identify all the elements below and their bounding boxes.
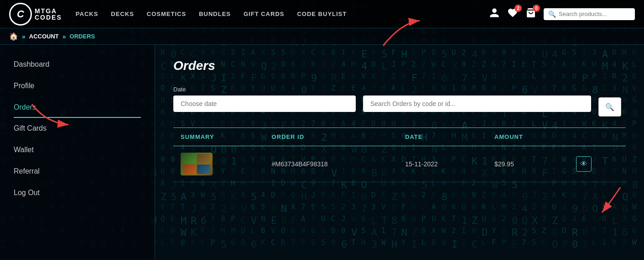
col-date: DATE [398, 128, 487, 146]
nav-actions: 2 0 🔍 [489, 7, 635, 21]
breadcrumb-current: ORDERS [70, 33, 95, 40]
orders-search-input[interactable] [363, 96, 591, 112]
orders-table: SUMMARY ORDER ID DATE AMOUNT [173, 127, 626, 182]
table-row: #M63734B4F98318 15-11-2022 $29.95 👁 [173, 146, 626, 182]
cell-date: 15-11-2022 [398, 146, 487, 182]
eye-icon: 👁 [580, 160, 587, 168]
nav-code-buylist[interactable]: CODE BUYLIST [297, 11, 347, 17]
logo[interactable]: MTGA CODES [9, 3, 62, 26]
sidebar-item-referral[interactable]: Referral [14, 161, 141, 182]
sidebar-item-logout[interactable]: Log Out [14, 182, 141, 204]
cart-badge: 0 [533, 5, 540, 12]
main-layout: Dashboard Profile Orders Gift Cards Wall… [0, 45, 644, 259]
cell-order-id: #M63734B4F98318 [265, 146, 398, 182]
user-svg [489, 7, 500, 18]
search-icon: 🔍 [548, 11, 556, 18]
breadcrumb-account[interactable]: ACCOUNT [29, 33, 59, 40]
view-order-button[interactable]: 👁 [576, 156, 592, 172]
nav-decks[interactable]: DECKS [111, 11, 134, 17]
search-orders-button[interactable]: 🔍 [598, 97, 621, 117]
search-input[interactable] [559, 11, 630, 17]
sidebar-item-orders[interactable]: Orders [14, 97, 141, 118]
breadcrumb-home[interactable]: 🏠 [9, 32, 18, 41]
search-label [363, 86, 591, 93]
col-order-id: ORDER ID [265, 128, 398, 146]
nav-cosmetics[interactable]: COSMETICS [147, 11, 186, 17]
table-header: SUMMARY ORDER ID DATE AMOUNT [173, 128, 626, 146]
col-summary: SUMMARY [173, 128, 265, 146]
table-body: #M63734B4F98318 15-11-2022 $29.95 👁 [173, 146, 626, 182]
logo-icon [9, 3, 32, 26]
cell-view: 👁 [569, 146, 626, 182]
date-label: Date [173, 86, 356, 93]
sidebar-item-profile[interactable]: Profile [14, 75, 141, 97]
nav-gift-cards[interactable]: GIFT CARDS [244, 11, 284, 17]
cart-icon[interactable]: 0 [525, 7, 536, 21]
thumbnail-grid [183, 154, 210, 174]
cell-thumbnail [173, 146, 265, 182]
content-area: Orders Date 🔍 SUMMARY ORDER ID DATE [155, 45, 644, 259]
date-filter-group: Date [173, 86, 356, 112]
sidebar: Dashboard Profile Orders Gift Cards Wall… [0, 45, 155, 259]
nav-packs[interactable]: PACKS [76, 11, 99, 17]
sidebar-item-wallet[interactable]: Wallet [14, 139, 141, 161]
thumb-card-3 [183, 164, 196, 174]
breadcrumb-sep-2: » [62, 33, 66, 40]
filters-row: Date 🔍 [173, 86, 626, 117]
breadcrumb: 🏠 » ACCOUNT » ORDERS [0, 28, 644, 45]
date-input[interactable] [173, 96, 356, 112]
search-orders-icon: 🔍 [605, 103, 614, 111]
wishlist-icon[interactable]: 2 [507, 7, 518, 21]
order-thumbnail [181, 153, 213, 175]
breadcrumb-sep-1: » [22, 33, 26, 40]
col-action [569, 128, 626, 146]
nav-bundles[interactable]: BUNDLES [199, 11, 231, 17]
cell-amount: $29.95 [487, 146, 569, 182]
thumb-card-4 [197, 164, 210, 174]
thumb-card-1 [183, 154, 196, 164]
table-header-row: SUMMARY ORDER ID DATE AMOUNT [173, 128, 626, 146]
account-icon[interactable] [489, 7, 500, 21]
wishlist-badge: 2 [514, 5, 522, 12]
sidebar-item-dashboard[interactable]: Dashboard [14, 54, 141, 75]
search-box[interactable]: 🔍 [544, 8, 635, 20]
search-filter-group [363, 86, 591, 112]
navbar: MTGA CODES PACKS DECKS COSMETICS BUNDLES… [0, 0, 644, 28]
nav-links: PACKS DECKS COSMETICS BUNDLES GIFT CARDS… [76, 11, 489, 17]
logo-text: MTGA CODES [35, 8, 62, 21]
col-amount: AMOUNT [487, 128, 569, 146]
page-title: Orders [173, 58, 626, 73]
thumb-card-2 [197, 154, 210, 164]
sidebar-item-gift-cards[interactable]: Gift Cards [14, 118, 141, 139]
